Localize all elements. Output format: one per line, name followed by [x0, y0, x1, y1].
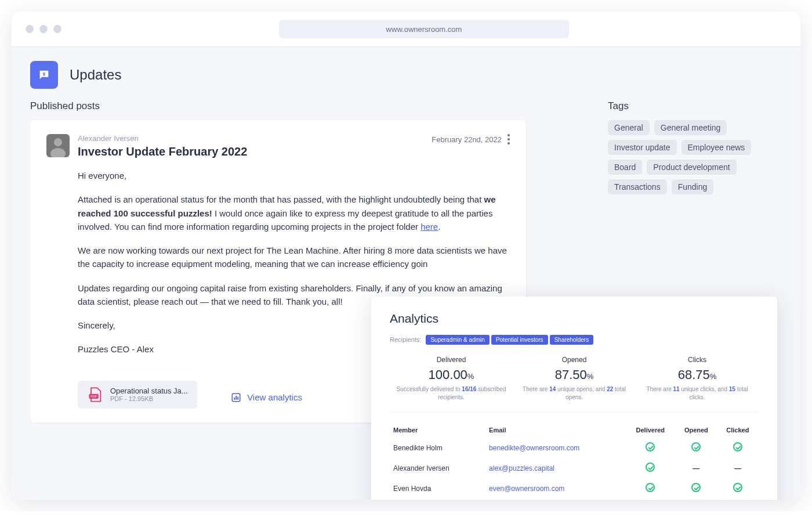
th-email: Email: [487, 423, 625, 437]
url-bar[interactable]: www.ownersroom.com: [279, 20, 569, 38]
cell-delivered: [626, 438, 675, 457]
post-menu-icon[interactable]: [507, 134, 510, 145]
cell-clicked: —: [718, 458, 757, 478]
stat-value: 68.75: [678, 367, 710, 382]
check-icon: [733, 483, 742, 492]
updates-icon: [30, 61, 58, 89]
svg-rect-1: [43, 74, 45, 75]
stat-value: 100.00: [429, 367, 467, 382]
browser-chrome: www.ownersroom.com: [12, 12, 800, 47]
cell-clicked: [718, 438, 757, 457]
stat-label: Clicks: [639, 356, 755, 364]
tag[interactable]: General: [608, 120, 650, 135]
recipient-chip[interactable]: Superadmin & admin: [426, 335, 489, 345]
post-author: Alexander Iversen: [78, 134, 247, 143]
analytics-icon: [231, 392, 241, 403]
cell-opened: [676, 479, 717, 498]
here-link[interactable]: here: [420, 222, 438, 232]
recipient-chip[interactable]: Potential investors: [491, 335, 548, 345]
recipient-chip[interactable]: Shareholders: [550, 335, 593, 345]
cell-delivered: [626, 499, 675, 500]
tag[interactable]: General meeting: [654, 120, 727, 135]
page: Updates Published posts Alexander Iverse…: [12, 47, 800, 500]
cell-opened: [676, 438, 717, 457]
stat-label: Opened: [516, 356, 632, 364]
published-posts-label: Published posts: [30, 100, 585, 112]
attachment-meta: PDF - 12.95KB: [110, 395, 188, 402]
th-opened: Opened: [676, 423, 717, 437]
stat-delivered: Delivered 100.00% Successfully delivered…: [390, 356, 513, 402]
svg-rect-7: [237, 396, 238, 399]
th-delivered: Delivered: [626, 423, 675, 437]
svg-rect-5: [234, 398, 235, 400]
svg-rect-6: [235, 396, 237, 400]
table-row: Alexander Iversenalex@puzzles.capital——: [391, 458, 757, 478]
cell-opened: —: [676, 458, 717, 478]
post-title: Investor Update February 2022: [78, 145, 247, 158]
cell-email[interactable]: alex@puzzles.capital: [487, 458, 625, 478]
stat-desc: Successfully delivered to 16/16 subscrib…: [393, 385, 509, 402]
stat-desc: There are 14 unique opens, and 22 total …: [516, 385, 632, 402]
tags-title: Tags: [608, 100, 782, 112]
text: Attached is an operational status for th…: [78, 194, 484, 204]
table-row: Alexander Storkaasalexander@ownersroom.c…: [391, 499, 757, 500]
post-paragraph: We are now working towards our next proj…: [78, 244, 510, 271]
page-title: Updates: [70, 67, 121, 83]
th-member: Member: [391, 423, 485, 437]
tags-list: GeneralGeneral meetingInvestor updateEmp…: [608, 120, 782, 194]
window-dot[interactable]: [39, 25, 48, 33]
check-icon: [646, 463, 655, 472]
cell-delivered: [626, 458, 675, 478]
check-icon: [646, 442, 655, 452]
window-controls: [26, 25, 61, 33]
view-analytics-button[interactable]: View analytics: [231, 392, 302, 403]
th-clicked: Clicked: [718, 423, 757, 437]
browser-frame: www.ownersroom.com Updates Published pos…: [12, 12, 800, 500]
dash-icon: —: [693, 464, 699, 472]
cell-member: Alexander Iversen: [391, 458, 485, 478]
post-greeting: Hi everyone,: [78, 169, 510, 182]
avatar[interactable]: [46, 134, 70, 157]
analytics-title: Analytics: [390, 312, 759, 326]
analytics-table: Member Email Delivered Opened Clicked Be…: [390, 422, 759, 500]
attachment[interactable]: PDF Operational status Ja... PDF - 12.95…: [78, 381, 197, 409]
cell-clicked: [718, 479, 757, 498]
cell-email[interactable]: alexander@ownersroom.com: [487, 499, 625, 500]
stat-desc: There are 11 unique clicks, and 15 total…: [639, 385, 755, 402]
recipients-label: Recipients:: [390, 336, 421, 343]
attachment-name: Operational status Ja...: [110, 387, 188, 395]
svg-text:PDF: PDF: [90, 395, 97, 398]
post-date: February 22nd, 2022: [432, 135, 502, 144]
analytics-card: Analytics Recipients: Superadmin & admin…: [371, 297, 777, 500]
window-dot[interactable]: [26, 25, 34, 33]
tag[interactable]: Funding: [672, 179, 714, 194]
cell-clicked: —: [718, 499, 757, 500]
stat-opened: Opened 87.50% There are 14 unique opens,…: [513, 356, 636, 402]
cell-member: Alexander Storkaas: [391, 499, 485, 500]
check-icon: [691, 442, 701, 452]
recipients-row: Recipients: Superadmin & admin Potential…: [390, 336, 759, 343]
pdf-icon: PDF: [87, 387, 103, 403]
text: .: [438, 222, 440, 232]
stat-value: 87.50: [555, 367, 587, 382]
cell-email[interactable]: even@ownersroom.com: [487, 479, 625, 498]
post-paragraph: Attached is an operational status for th…: [78, 193, 510, 233]
cell-delivered: [626, 479, 675, 498]
check-icon: [646, 483, 655, 492]
tag[interactable]: Employee news: [682, 140, 752, 155]
tag[interactable]: Board: [608, 160, 642, 175]
tag[interactable]: Product development: [647, 160, 736, 175]
dash-icon: —: [734, 464, 741, 472]
cell-member: Benedikte Holm: [391, 438, 485, 457]
table-row: Even Hovdaeven@ownersroom.com: [391, 479, 757, 498]
tag[interactable]: Investor update: [608, 140, 677, 155]
window-dot[interactable]: [53, 25, 61, 33]
table-row: Benedikte Holmbenedikte@ownersroom.com: [391, 438, 757, 457]
cell-email[interactable]: benedikte@ownersroom.com: [487, 438, 625, 457]
cell-opened: [676, 499, 717, 500]
cell-member: Even Hovda: [391, 479, 485, 498]
check-icon: [733, 442, 742, 452]
stat-clicks: Clicks 68.75% There are 11 unique clicks…: [636, 356, 759, 402]
view-analytics-label: View analytics: [247, 392, 302, 402]
tag[interactable]: Transactions: [608, 179, 667, 194]
